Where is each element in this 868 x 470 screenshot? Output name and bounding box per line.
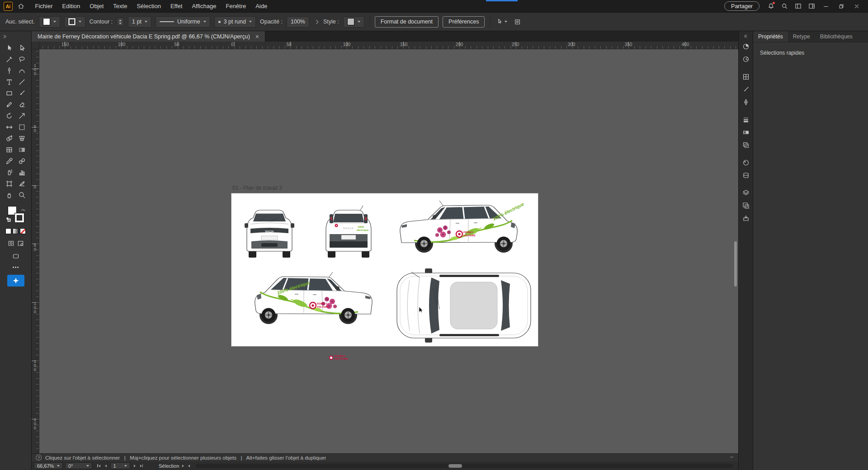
expand-panels-icon[interactable] [743,33,749,40]
fill-color-dropdown[interactable] [39,16,60,28]
color-panel-icon[interactable] [740,41,752,52]
transparency-panel-icon[interactable] [740,139,752,151]
lasso-tool[interactable] [16,54,28,65]
ruler-origin-corner[interactable] [32,42,39,49]
default-fill-stroke-icon[interactable] [6,216,11,224]
first-artboard-button[interactable] [96,464,101,467]
menu-edition[interactable]: Edition [57,0,85,12]
stroke-color-box[interactable] [15,213,24,222]
eyedropper-tool[interactable] [3,155,16,167]
transform-options-button[interactable] [513,19,522,25]
ferney-voltaire-logo[interactable]: FERNEY VOLTAIRE [329,355,348,360]
draw-normal-icon[interactable] [8,240,14,247]
artboard-name-label[interactable]: 01 - Plan de travail 3 [232,185,282,191]
select-similar-options-button[interactable] [495,19,509,25]
symbol-sprayer-tool[interactable] [3,167,16,178]
menu-objet[interactable]: Objet [85,0,108,12]
horizontal-ruler[interactable]: 150 100 50 0 50 100 150 200 250 300 350 … [39,42,738,49]
collapse-hint-icon[interactable] [729,455,734,461]
brushes-panel-icon[interactable] [740,84,752,95]
column-graph-tool[interactable] [16,167,28,178]
shape-builder-tool[interactable] [3,133,16,144]
asset-export-panel-icon[interactable] [740,212,752,224]
tab-close-icon[interactable]: × [255,33,259,40]
zoom-tool[interactable] [16,189,28,201]
horizontal-scrollbar[interactable] [196,464,733,468]
stroke-width-stepper[interactable] [117,18,124,26]
pen-tool[interactable] [3,65,16,76]
curvature-tool[interactable] [16,65,28,76]
document-tab[interactable]: Mairie de Ferney Décoration véhicule Dac… [32,31,265,42]
next-artboard-button[interactable] [133,465,137,467]
artboard[interactable]: DACIA [231,193,538,346]
menu-selection[interactable]: Sélection [132,0,165,12]
rotate-tool[interactable] [3,110,16,122]
slice-tool[interactable] [16,178,28,189]
symbols-panel-icon[interactable] [740,96,752,108]
width-profile-dropdown[interactable]: Uniforme [156,16,210,28]
paintbrush-tool[interactable] [16,88,28,99]
direct-selection-tool[interactable] [16,42,28,54]
car-rear-view[interactable]: DACIA 100% électrique [326,206,371,258]
eraser-tool[interactable] [16,99,28,110]
close-window-button[interactable] [849,0,864,12]
fill-stroke-controls[interactable] [8,206,24,222]
restore-button[interactable] [834,0,849,12]
graphic-style-dropdown[interactable] [343,16,364,28]
appearance-panel-icon[interactable] [740,157,752,169]
menu-aide[interactable]: Aide [251,0,272,12]
previous-artboard-button[interactable] [104,465,108,467]
workspace-switcher-button[interactable] [805,0,818,12]
hand-tool[interactable] [3,189,16,201]
artboards-panel-icon[interactable] [740,200,752,212]
rotation-dropdown[interactable]: 0° [65,462,92,469]
car-side-right-view[interactable] [400,201,517,253]
vertical-scrollbar[interactable] [734,49,737,453]
rectangle-tool[interactable] [3,88,16,99]
menu-fichier[interactable]: Fichier [30,0,57,12]
car-side-left-view[interactable] [255,272,372,324]
free-transform-tool[interactable] [16,122,28,133]
stroke-panel-icon[interactable] [740,114,752,126]
collapse-toolbar-icon[interactable] [0,33,9,42]
edit-toolbar-icon[interactable] [13,267,19,268]
tab-retype[interactable]: Retype [788,31,815,42]
graphic-styles-panel-icon[interactable] [740,169,752,181]
tab-proprietes[interactable]: Propriétés [753,31,788,42]
gradient-panel-icon[interactable] [740,127,752,138]
menu-effet[interactable]: Effet [165,0,187,12]
scroll-right-button[interactable] [181,465,185,467]
swatches-panel-icon[interactable] [740,71,752,83]
car-top-view[interactable] [397,268,531,343]
vertical-ruler[interactable]: 100 50 0 50 100 150 200 [32,49,39,453]
stroke-width-dropdown[interactable]: 1 pt [128,16,151,28]
minimize-button[interactable] [818,0,834,12]
gradient-tool[interactable] [16,144,28,155]
color-mode-button[interactable] [5,228,11,234]
line-segment-tool[interactable] [16,76,28,88]
draw-behind-icon[interactable] [17,240,24,247]
magic-wand-tool[interactable] [3,54,16,65]
preferences-button[interactable]: Préférences [443,16,485,28]
type-tool[interactable] [3,76,16,88]
menu-affichage[interactable]: Affichage [187,0,221,12]
horizontal-scrollbar-thumb[interactable] [448,464,462,468]
vertical-scrollbar-thumb[interactable] [734,241,737,287]
layers-panel-icon[interactable] [740,187,752,199]
mesh-tool[interactable] [3,144,16,155]
notifications-button[interactable] [764,0,778,12]
artboard-tool[interactable] [3,178,16,189]
last-artboard-button[interactable] [139,464,144,467]
none-mode-button[interactable] [20,228,26,234]
tab-bibliotheques[interactable]: Bibliothèques [815,31,858,42]
scroll-left-button[interactable] [187,465,191,467]
gradient-mode-button[interactable] [13,228,19,234]
share-button[interactable]: Partager [724,1,760,11]
brush-definition-dropdown[interactable]: 3 pt rund [214,16,256,28]
screen-mode-icon[interactable] [12,253,19,260]
zoom-level-dropdown[interactable]: 66,67% [34,462,63,469]
blend-tool[interactable] [16,155,28,167]
generative-tool-button[interactable] [7,275,24,287]
search-button[interactable] [778,0,791,12]
shaper-tool[interactable] [3,99,16,110]
